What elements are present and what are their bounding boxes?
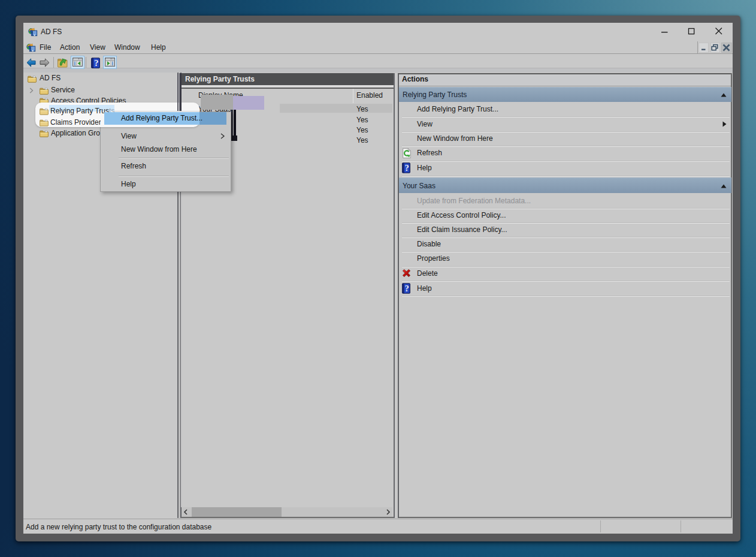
svg-text:?: ? xyxy=(405,164,409,173)
svg-text:?: ? xyxy=(94,58,98,68)
svg-text:?: ? xyxy=(405,284,409,293)
